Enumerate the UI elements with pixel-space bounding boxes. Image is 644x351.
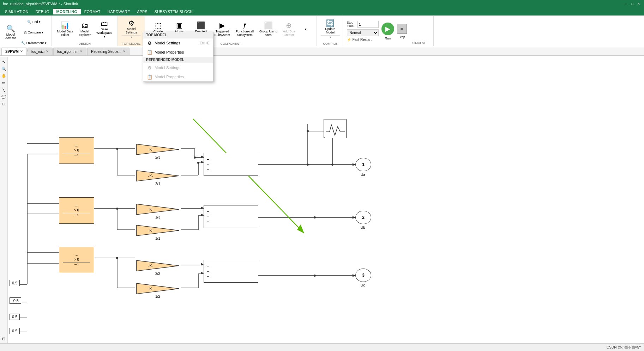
run-button[interactable]: ▶ xyxy=(381,23,394,35)
stop-button[interactable]: ■ xyxy=(397,24,407,34)
find-button[interactable]: 🔍 Find ▾ xyxy=(19,17,49,27)
comparator-3[interactable]: ~ > 0 ─○ xyxy=(59,247,94,273)
model-properties-top-icon: 📋 xyxy=(147,49,152,55)
stop-time-input[interactable] xyxy=(357,21,379,28)
stop-time-label: Stop Time xyxy=(347,21,356,28)
menu-simulation[interactable]: SIMULATION xyxy=(1,9,32,14)
output-port-1[interactable]: 1 xyxy=(355,158,371,171)
fit-tool[interactable]: ⊡ xyxy=(1,335,7,342)
comp3-signal-icon: ~ xyxy=(76,254,78,258)
select-tool[interactable]: ↖ xyxy=(1,58,7,65)
menu-modeling[interactable]: MODELING xyxy=(53,9,81,14)
tab-foc-ruizi[interactable]: foc_ruizi ✕ xyxy=(28,48,53,55)
close-button[interactable]: ✕ xyxy=(636,1,641,6)
sum-block-2[interactable]: + − − xyxy=(204,205,258,228)
tab-svpwm[interactable]: SVPWM ✕ xyxy=(1,48,27,55)
component-more-button[interactable]: ▾ xyxy=(298,19,314,40)
gain-block-1-3[interactable]: -K- 1/3 xyxy=(135,202,181,219)
line-tool[interactable]: ╲ xyxy=(1,87,7,93)
gain-block-2-2[interactable]: -K- 2/2 xyxy=(135,259,181,276)
dropdown-model-properties-top-label: Model Properties xyxy=(155,50,184,54)
annotate-tool[interactable]: ✏ xyxy=(1,80,7,86)
menu-format[interactable]: FORMAT xyxy=(81,9,104,14)
svg-point-28 xyxy=(307,164,309,166)
gain-block-2-1[interactable]: -K- 2/1 xyxy=(135,169,181,186)
canvas-area[interactable]: ~ > 0 ─○ ~ > 0 ─○ ~ > 0 ─○ -K- 2/3 xyxy=(8,57,644,343)
gain-block-1-2[interactable]: -K- 1/2 xyxy=(135,282,181,298)
sum1-minus1: − xyxy=(207,162,209,167)
menu-hardware[interactable]: HARDWARE xyxy=(104,9,133,14)
triggered-subsystem-label: TriggeredSubsystem xyxy=(215,30,230,37)
model-settings-icon: ⚙ xyxy=(128,20,134,27)
base-workspace-button[interactable]: 🗃 BaseWorkspace ▾ xyxy=(94,19,115,40)
menu-apps[interactable]: APPS xyxy=(133,9,151,14)
run-stop-group: ▶ Run xyxy=(381,23,394,40)
output-port-2[interactable]: 2 xyxy=(355,211,371,224)
scope-block[interactable] xyxy=(324,119,347,138)
model-data-editor-button[interactable]: 📊 Model DataEditor xyxy=(55,19,76,40)
compare-button[interactable]: ⚖ Compare ▾ xyxy=(19,27,49,37)
base-workspace-arrow: ▾ xyxy=(104,35,105,38)
comp3-bottom: ─○ xyxy=(63,262,90,266)
tabs-bar: SVPWM ✕ foc_ruizi ✕ foc_algorithm ✕ Repe… xyxy=(0,47,644,56)
function-call-subsystem-button[interactable]: ƒ Function-callSubsystem xyxy=(233,19,256,40)
input-0-5-mid[interactable]: 0.5 xyxy=(10,314,20,320)
ribbon-top-model-buttons: ⚙ ModelSettings ▾ xyxy=(121,17,142,41)
minimize-button[interactable]: ─ xyxy=(624,1,628,6)
tab-foc-algorithm-close[interactable]: ✕ xyxy=(80,50,83,53)
svg-marker-57 xyxy=(201,155,204,158)
fast-restart-label: Fast Restart xyxy=(353,38,372,42)
tab-foc-ruizi-close[interactable]: ✕ xyxy=(46,50,49,53)
environment-button[interactable]: 🔧 Environment ▾ xyxy=(19,38,49,48)
svg-marker-58 xyxy=(201,161,204,164)
update-model-button[interactable]: 🔄 UpdateModel ▾ xyxy=(320,19,341,40)
model-advisor-button[interactable]: 🔍 ModelAdvisor xyxy=(3,22,18,43)
ribbon-compile-buttons: 🔄 UpdateModel ▾ xyxy=(320,17,341,41)
comment-tool[interactable]: 💬 xyxy=(1,94,7,100)
svg-point-70 xyxy=(331,164,333,166)
tab-repeating-seq-close[interactable]: ✕ xyxy=(123,50,126,53)
input-0-5-top[interactable]: 0.5 xyxy=(10,280,20,286)
model-explorer-button[interactable]: 🗂 ModelExplorer xyxy=(77,19,94,40)
sum-block-1[interactable]: + − − xyxy=(204,153,258,176)
triggered-subsystem-button[interactable]: ▶ TriggeredSubsystem xyxy=(212,19,233,40)
maximize-button[interactable]: □ xyxy=(630,1,635,6)
input-neg-0-5[interactable]: -0.5 xyxy=(10,297,21,304)
zoom-in-tool[interactable]: 🔍 xyxy=(1,66,7,72)
tab-repeating-seq[interactable]: Repeating Seque... ✕ xyxy=(87,48,130,55)
simulation-mode-select[interactable]: Normal Accelerator Rapid Accelerator xyxy=(347,29,379,36)
dropdown-model-settings-top[interactable]: ⚙ Model Settings Ctrl+E xyxy=(143,38,213,48)
update-model-arrow[interactable]: ▾ xyxy=(321,35,340,39)
svg-marker-59 xyxy=(201,207,204,209)
dropdown-model-properties-ref-label: Model Properties xyxy=(155,75,184,79)
svg-marker-64 xyxy=(353,216,355,219)
menu-debug[interactable]: DEBUG xyxy=(32,9,53,14)
tab-svpwm-close[interactable]: ✕ xyxy=(20,50,23,53)
hand-tool[interactable]: ✋ xyxy=(1,73,7,79)
output-uc-label: Uc xyxy=(361,283,365,287)
menu-subsystem-block[interactable]: SUBSYSTEM BLOCK xyxy=(151,9,196,14)
tab-foc-algorithm[interactable]: foc_algorithm ✕ xyxy=(53,48,86,55)
model-settings-button[interactable]: ⚙ ModelSettings ▾ xyxy=(121,19,142,40)
dropdown-model-properties-top[interactable]: 📋 Model Properties xyxy=(143,48,213,57)
output-3-label: 3 xyxy=(362,273,365,278)
tab-repeating-seq-label: Repeating Seque... xyxy=(91,50,121,54)
ribbon-design: 📊 Model DataEditor 🗂 ModelExplorer 🗃 Bas… xyxy=(52,16,118,46)
gain-block-1-1[interactable]: -K- 1/1 xyxy=(135,223,181,240)
svg-marker-81 xyxy=(137,260,179,271)
model-settings-dropdown-arrow[interactable]: ▾ xyxy=(122,35,141,39)
comparator-2[interactable]: ~ > 0 ─○ xyxy=(59,197,94,224)
rect-tool[interactable]: □ xyxy=(1,101,7,107)
ribbon-evaluate-manage: 🔍 ModelAdvisor 🔍 Find ▾ ⚖ Compare ▾ 🔧 En… xyxy=(0,16,52,46)
comp1-bottom: ─○ xyxy=(63,153,90,157)
model-settings-ref-icon: ⚙ xyxy=(147,65,152,70)
triggered-subsystem-icon: ▶ xyxy=(219,22,225,29)
output-port-3[interactable]: 3 xyxy=(355,269,371,282)
dropdown-menu: TOP MODEL ⚙ Model Settings Ctrl+E 📋 Mode… xyxy=(143,32,213,82)
input-0-5-bot[interactable]: 0.5 xyxy=(10,328,20,334)
comparator-1[interactable]: ~ > 0 ─○ xyxy=(59,137,94,164)
gain-block-2-3[interactable]: -K- 2/3 xyxy=(135,142,181,159)
create-subsystem-icon: ⬚ xyxy=(155,22,162,29)
group-using-area-button[interactable]: ⬜ Group UsingArea xyxy=(257,19,280,40)
sum-block-3[interactable]: + − − xyxy=(204,260,258,283)
